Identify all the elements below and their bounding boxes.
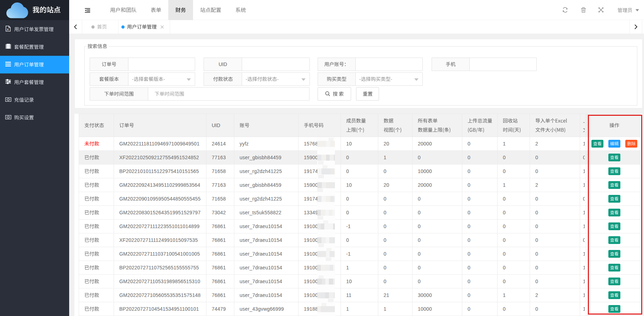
svg-text:x: x [7,28,9,31]
